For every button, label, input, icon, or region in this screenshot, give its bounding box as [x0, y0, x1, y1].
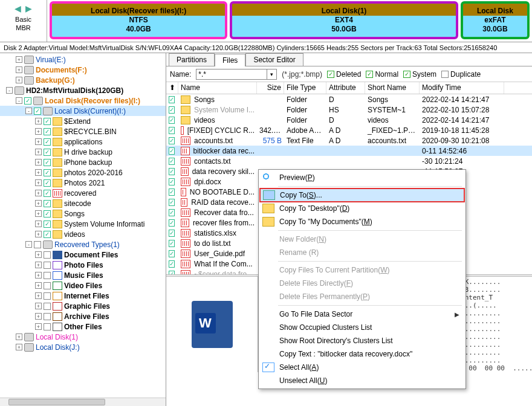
- expand-icon[interactable]: -: [16, 97, 22, 104]
- tree-checkbox[interactable]: [44, 303, 51, 310]
- tree-item[interactable]: +✓sitecode: [0, 198, 166, 208]
- tree-checkbox[interactable]: ✓: [34, 108, 41, 115]
- tree-item[interactable]: +Other Files: [0, 321, 166, 332]
- tree-checkbox[interactable]: [44, 323, 51, 330]
- filter-deleted-checkbox[interactable]: ✓Deleted: [327, 70, 361, 79]
- tree-item[interactable]: +Photo Files: [0, 260, 166, 270]
- expand-icon[interactable]: +: [35, 262, 42, 268]
- tree-item[interactable]: +✓iPhone backup: [0, 157, 166, 167]
- file-checkbox[interactable]: ✓: [169, 117, 175, 124]
- tree-checkbox[interactable]: [44, 313, 51, 320]
- tree-item[interactable]: +✓$RECYCLE.BIN: [0, 126, 166, 137]
- tree-checkbox[interactable]: [44, 292, 51, 300]
- partition-block[interactable]: Local DiskexFAT30.0GB: [461, 1, 530, 39]
- expand-icon[interactable]: +: [35, 251, 42, 258]
- ctx-copy-mydocs[interactable]: Copy To "My Documents"(M): [260, 215, 464, 228]
- tree-item[interactable]: +✓Songs: [0, 208, 166, 219]
- filter-system-checkbox[interactable]: ✓System: [403, 70, 436, 79]
- expand-icon[interactable]: +: [35, 231, 42, 237]
- file-checkbox[interactable]: ✓: [169, 106, 175, 114]
- file-row[interactable]: ✓accounts.txt575 BText FileA Daccounts.t…: [166, 135, 532, 146]
- tree-item[interactable]: -✓Local Disk(Current)(I:): [0, 106, 166, 116]
- file-row[interactable]: ✓videosFolderDvideos2022-02-14 14:21:47: [166, 115, 532, 125]
- tree-checkbox[interactable]: ✓: [44, 138, 51, 146]
- tree-item[interactable]: +✓applications: [0, 137, 166, 147]
- file-row[interactable]: ✓SongsFolderDSongs2022-02-14 14:21:47: [166, 94, 532, 105]
- expand-icon[interactable]: +: [16, 66, 22, 73]
- ctx-delete-permanently[interactable]: Delete Files Permanently(P): [260, 290, 464, 303]
- ctx-preview[interactable]: Preview(P): [260, 171, 464, 184]
- expand-icon[interactable]: +: [35, 138, 42, 145]
- tree-checkbox[interactable]: ✓: [44, 169, 51, 176]
- tree-item[interactable]: +Music Files: [0, 270, 166, 280]
- tree-item[interactable]: +✓photos 2020-2016: [0, 167, 166, 178]
- expand-icon[interactable]: +: [35, 149, 42, 155]
- col-shortname[interactable]: Short Name: [365, 82, 420, 94]
- tree-checkbox[interactable]: ✓: [44, 159, 51, 166]
- expand-icon[interactable]: +: [16, 56, 22, 63]
- ctx-copy-to[interactable]: Copy To(S)...: [260, 188, 464, 202]
- tree-scrollbar[interactable]: [0, 398, 166, 406]
- file-checkbox[interactable]: ✓: [169, 127, 175, 134]
- col-filetype[interactable]: File Type: [284, 82, 326, 94]
- ctx-select-all[interactable]: Select All(A): [260, 361, 464, 374]
- col-modifytime[interactable]: Modify Time: [420, 82, 504, 94]
- tree-item[interactable]: +Documents(F:): [0, 65, 166, 75]
- col-up-icon[interactable]: ⬆: [166, 82, 178, 94]
- tree-item[interactable]: +✓recovered: [0, 188, 166, 198]
- expand-icon[interactable]: +: [35, 282, 42, 289]
- file-checkbox[interactable]: ✓: [169, 188, 175, 196]
- tree-item[interactable]: +Graphic Files: [0, 301, 166, 311]
- next-disk-icon[interactable]: ▶: [24, 4, 34, 13]
- file-checkbox[interactable]: ✓: [169, 250, 175, 257]
- expand-icon[interactable]: +: [16, 334, 22, 340]
- file-checkbox[interactable]: ✓: [169, 147, 175, 155]
- tree-item[interactable]: +✓Photos 2021: [0, 178, 166, 188]
- tree-item[interactable]: -HD2:MsftVirtualDisk(120GB): [0, 85, 166, 95]
- ctx-copy-text[interactable]: Copy Text : "bitlocker data recovery.doc…: [260, 347, 464, 361]
- file-checkbox[interactable]: ✓: [169, 137, 175, 144]
- file-checkbox[interactable]: ✓: [169, 219, 175, 227]
- filter-duplicate-checkbox[interactable]: ✓Duplicate: [441, 70, 481, 79]
- ctx-copy-desktop[interactable]: Copy To "Desktop"(D): [260, 202, 464, 215]
- tree-checkbox[interactable]: [44, 272, 51, 279]
- file-row[interactable]: ✓[FIXED] CYCLIC R...342.4...Adobe Acr...…: [166, 125, 532, 135]
- tree-item[interactable]: +✓$Extend: [0, 116, 166, 126]
- expand-icon[interactable]: +: [35, 159, 42, 166]
- tree-checkbox[interactable]: [44, 251, 51, 259]
- ctx-copy-current-partition[interactable]: Copy Files To Current Partition(W): [260, 263, 464, 277]
- filter-pattern-dropdown[interactable]: ▾: [267, 69, 277, 80]
- tree-item[interactable]: +Video Files: [0, 280, 166, 291]
- expand-icon[interactable]: +: [16, 77, 22, 83]
- col-name[interactable]: Name: [178, 82, 257, 94]
- tree-item[interactable]: +Internet Files: [0, 291, 166, 301]
- tree-checkbox[interactable]: ✓: [44, 179, 51, 187]
- tree-item[interactable]: +✓videos: [0, 229, 166, 239]
- expand-icon[interactable]: +: [35, 210, 42, 217]
- expand-icon[interactable]: -: [6, 87, 13, 94]
- ctx-unselect-all[interactable]: Unselect All(U): [260, 374, 464, 387]
- tree-checkbox[interactable]: [34, 241, 41, 248]
- file-row[interactable]: ✓contacts.txt-30 10:21:24: [166, 156, 532, 166]
- directory-tree[interactable]: +Virual(E:)+Documents(F:)+Backup(G:)-HD2…: [0, 53, 166, 406]
- tree-item[interactable]: +Document Files: [0, 250, 166, 260]
- expand-icon[interactable]: -: [25, 108, 32, 114]
- tree-item[interactable]: +Virual(E:): [0, 54, 166, 65]
- expand-icon[interactable]: +: [35, 118, 42, 124]
- col-attribute[interactable]: Attribute: [326, 82, 365, 94]
- tree-item[interactable]: +✓System Volume Informati: [0, 219, 166, 229]
- expand-icon[interactable]: +: [35, 313, 42, 320]
- tab-files[interactable]: Files: [215, 54, 245, 66]
- file-checkbox[interactable]: ✓: [169, 230, 175, 237]
- expand-icon[interactable]: +: [35, 272, 42, 279]
- file-checkbox[interactable]: ✓: [169, 209, 175, 216]
- expand-icon[interactable]: +: [35, 179, 42, 186]
- tree-checkbox[interactable]: [44, 282, 51, 289]
- tab-sector-editor[interactable]: Sector Editor: [245, 53, 303, 66]
- tree-item[interactable]: +Local Disk(1): [0, 332, 166, 342]
- tree-checkbox[interactable]: ✓: [44, 149, 51, 156]
- file-checkbox[interactable]: ✓: [169, 168, 175, 175]
- file-checkbox[interactable]: ✓: [169, 240, 175, 247]
- file-checkbox[interactable]: ✓: [169, 199, 175, 206]
- tree-checkbox[interactable]: ✓: [44, 200, 51, 207]
